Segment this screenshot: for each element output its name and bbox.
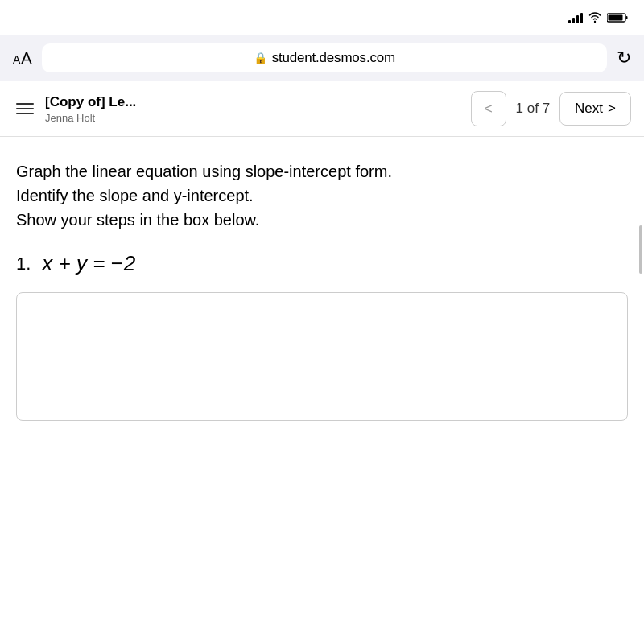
svg-rect-2 xyxy=(609,15,623,21)
next-label: Next xyxy=(575,101,603,117)
lesson-title-area: [Copy of] Le... Jenna Holt xyxy=(45,94,463,124)
chevron-left-icon: < xyxy=(484,101,493,118)
content-area: Graph the linear equation using slope-in… xyxy=(0,137,644,437)
browser-chrome: A A 🔒 student.desmos.com ↻ xyxy=(0,35,644,81)
lock-icon: 🔒 xyxy=(254,52,267,64)
url-text: student.desmos.com xyxy=(272,50,395,66)
hamburger-icon xyxy=(16,113,34,114)
svg-point-0 xyxy=(594,21,596,23)
hamburger-icon xyxy=(16,108,34,109)
previous-button[interactable]: < xyxy=(471,91,506,126)
refresh-icon: ↻ xyxy=(617,47,631,68)
nav-controls: < 1 of 7 Next > xyxy=(471,91,631,126)
signal-icon xyxy=(568,12,583,23)
battery-icon xyxy=(607,12,628,23)
page-indicator: 1 of 7 xyxy=(511,101,555,117)
status-bar xyxy=(0,0,644,35)
menu-button[interactable] xyxy=(13,100,37,118)
scroll-indicator[interactable] xyxy=(639,225,642,274)
problem-line: 1. x + y = −2 xyxy=(16,251,628,276)
font-size-control[interactable]: A A xyxy=(13,49,32,68)
work-box[interactable] xyxy=(16,292,628,421)
app-header: [Copy of] Le... Jenna Holt < 1 of 7 Next… xyxy=(0,81,644,137)
math-equation: x + y = −2 xyxy=(42,251,136,276)
refresh-button[interactable]: ↻ xyxy=(617,47,631,68)
hamburger-icon xyxy=(16,103,34,105)
status-icons xyxy=(568,12,628,23)
instructions-text: Graph the linear equation using slope-in… xyxy=(16,159,628,232)
wifi-icon xyxy=(588,12,602,23)
problem-section: 1. x + y = −2 xyxy=(16,251,628,276)
problem-number: 1. xyxy=(16,254,31,275)
next-button[interactable]: Next > xyxy=(559,92,631,126)
svg-rect-3 xyxy=(626,16,628,19)
teacher-name: Jenna Holt xyxy=(45,112,463,124)
font-large[interactable]: A xyxy=(21,49,31,68)
lesson-title: [Copy of] Le... xyxy=(45,94,463,110)
chevron-right-icon: > xyxy=(608,101,616,117)
address-bar[interactable]: 🔒 student.desmos.com xyxy=(42,43,607,72)
font-small[interactable]: A xyxy=(13,53,20,66)
